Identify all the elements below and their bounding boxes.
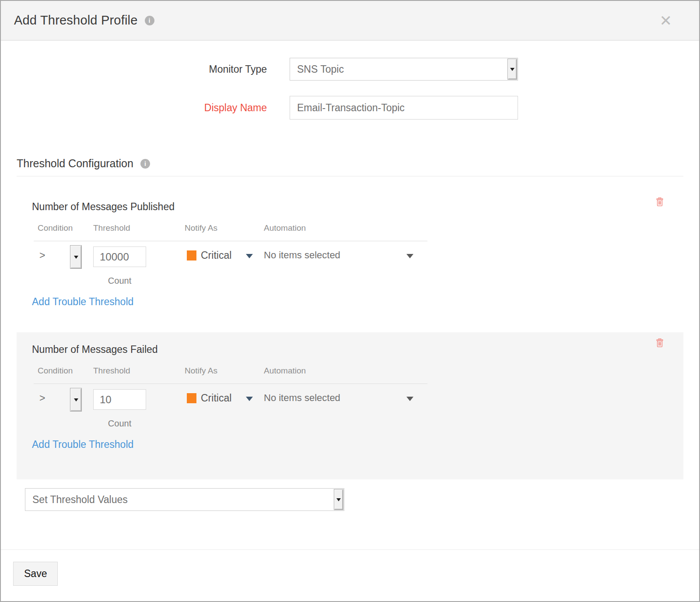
threshold-row: Condition Threshold Notify As Automation… — [32, 223, 683, 289]
threshold-metric-title: Number of Messages Failed — [32, 344, 683, 356]
info-icon[interactable]: i — [145, 16, 154, 25]
severity-color-swatch — [187, 393, 196, 403]
monitor-type-value: SNS Topic — [290, 63, 344, 75]
add-trouble-threshold-link[interactable]: Add Trouble Threshold — [32, 296, 133, 308]
automation-dropdown-icon[interactable] — [406, 397, 413, 401]
display-name-label: Display Name — [1, 102, 267, 114]
column-header-threshold: Threshold — [93, 223, 130, 233]
set-threshold-values-select[interactable]: Set Threshold Values — [25, 488, 344, 511]
column-header-notify-as: Notify As — [185, 223, 217, 233]
threshold-unit-label: Count — [93, 276, 146, 286]
threshold-metric-title: Number of Messages Published — [32, 201, 683, 213]
threshold-unit-label: Count — [93, 419, 146, 429]
threshold-configuration-header: Threshold Configuration i — [17, 157, 699, 170]
notify-as-value[interactable]: Critical — [201, 392, 231, 404]
column-header-condition: Condition — [38, 366, 73, 376]
chevron-down-icon — [510, 68, 514, 71]
close-icon[interactable]: ✕ — [660, 13, 672, 28]
severity-color-swatch — [187, 250, 196, 261]
threshold-row: Condition Threshold Notify As Automation… — [32, 366, 683, 432]
chevron-down-icon — [336, 498, 341, 501]
threshold-block-messages-published: Number of Messages Published Condition T… — [17, 176, 683, 319]
add-threshold-profile-dialog: Add Threshold Profile i ✕ Monitor Type S… — [0, 0, 700, 602]
save-button[interactable]: Save — [13, 562, 58, 586]
condition-select-button[interactable] — [70, 245, 82, 269]
monitor-type-dropdown-button[interactable] — [508, 59, 517, 80]
column-header-automation: Automation — [264, 366, 306, 376]
section-title: Threshold Configuration — [17, 157, 133, 170]
condition-value: > — [39, 392, 45, 404]
chevron-down-icon — [74, 256, 78, 259]
notify-as-value[interactable]: Critical — [201, 250, 231, 261]
condition-select-button[interactable] — [70, 388, 82, 412]
column-header-threshold: Threshold — [93, 366, 130, 376]
threshold-value-input[interactable] — [93, 389, 146, 410]
set-threshold-values-value: Set Threshold Values — [25, 494, 128, 506]
delete-threshold-icon[interactable] — [655, 197, 664, 207]
display-name-input[interactable] — [290, 96, 518, 120]
threshold-block-messages-failed: Number of Messages Failed Condition Thre… — [17, 332, 683, 479]
chevron-down-icon — [74, 398, 78, 401]
set-threshold-values-dropdown-button[interactable] — [334, 489, 343, 510]
monitor-type-row: Monitor Type SNS Topic — [1, 58, 699, 81]
delete-threshold-icon[interactable] — [655, 338, 664, 348]
column-header-condition: Condition — [38, 223, 73, 233]
automation-dropdown-icon[interactable] — [406, 254, 413, 258]
column-header-divider — [34, 241, 427, 241]
automation-value[interactable]: No items selected — [264, 392, 340, 404]
column-header-divider — [34, 384, 427, 384]
info-icon[interactable]: i — [140, 159, 150, 169]
column-header-notify-as: Notify As — [185, 366, 217, 376]
display-name-row: Display Name — [1, 96, 699, 120]
add-trouble-threshold-link[interactable]: Add Trouble Threshold — [32, 439, 133, 451]
column-header-automation: Automation — [264, 223, 306, 233]
automation-value[interactable]: No items selected — [264, 250, 340, 261]
dialog-title: Add Threshold Profile — [14, 13, 138, 28]
monitor-type-select[interactable]: SNS Topic — [290, 58, 518, 81]
condition-value: > — [39, 250, 45, 261]
notify-as-dropdown-icon[interactable] — [246, 254, 253, 258]
dialog-header: Add Threshold Profile i ✕ — [1, 1, 699, 41]
notify-as-dropdown-icon[interactable] — [246, 397, 253, 401]
monitor-type-label: Monitor Type — [1, 63, 267, 75]
footer-divider — [1, 549, 699, 550]
threshold-value-input[interactable] — [93, 246, 146, 267]
